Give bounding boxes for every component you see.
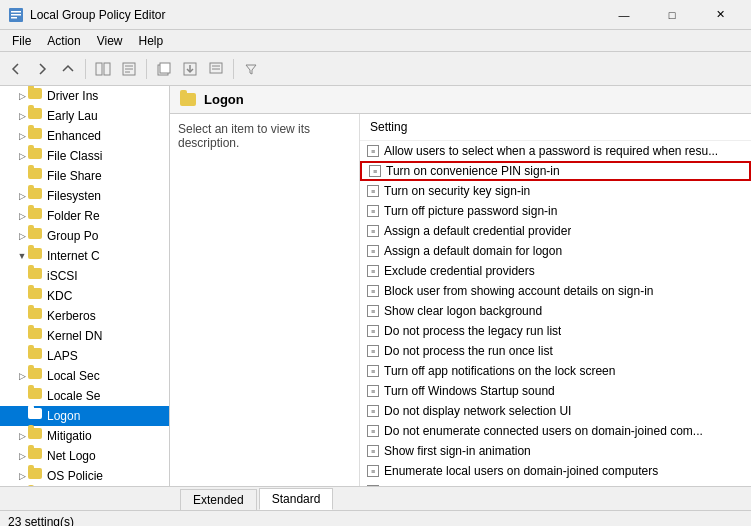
setting-row-12[interactable]: ≡ Turn off Windows Startup sound bbox=[360, 381, 751, 401]
setting-row-8[interactable]: ≡ Show clear logon background bbox=[360, 301, 751, 321]
setting-row-4[interactable]: ≡ Assign a default credential provider bbox=[360, 221, 751, 241]
setting-row-13[interactable]: ≡ Do not display network selection UI bbox=[360, 401, 751, 421]
setting-row-11[interactable]: ≡ Turn off app notifications on the lock… bbox=[360, 361, 751, 381]
svg-rect-4 bbox=[96, 63, 102, 75]
svg-rect-14 bbox=[210, 63, 222, 73]
setting-row-6[interactable]: ≡ Exclude credential providers bbox=[360, 261, 751, 281]
toolbar-sep1 bbox=[85, 59, 86, 79]
toolbar bbox=[0, 52, 751, 86]
tree-label: Net Logo bbox=[47, 449, 96, 463]
expand-icon bbox=[16, 410, 28, 422]
tree-item-filesystem[interactable]: ▷ Filesysten bbox=[0, 186, 169, 206]
menu-view[interactable]: View bbox=[89, 32, 131, 49]
tree-item-group-po[interactable]: ▷ Group Po bbox=[0, 226, 169, 246]
tree-item-net-logo[interactable]: ▷ Net Logo bbox=[0, 446, 169, 466]
maximize-button[interactable]: □ bbox=[649, 5, 695, 25]
help-button[interactable] bbox=[204, 57, 228, 81]
setting-label-7: Block user from showing account details … bbox=[384, 284, 653, 298]
setting-row-16[interactable]: ≡ Enumerate local users on domain-joined… bbox=[360, 461, 751, 481]
tree-item-iscsi[interactable]: iSCSI bbox=[0, 266, 169, 286]
tab-standard[interactable]: Standard bbox=[259, 488, 334, 510]
folder-icon bbox=[28, 88, 44, 104]
tree-label: File Classi bbox=[47, 149, 102, 163]
minimize-button[interactable]: — bbox=[601, 5, 647, 25]
svg-rect-1 bbox=[11, 11, 21, 13]
tree-label: Filesysten bbox=[47, 189, 101, 203]
expand-icon: ▷ bbox=[16, 230, 28, 242]
setting-row-0[interactable]: ≡ Allow users to select when a password … bbox=[360, 141, 751, 161]
setting-icon-0: ≡ bbox=[366, 144, 380, 158]
expand-icon: ▷ bbox=[16, 470, 28, 482]
setting-row-9[interactable]: ≡ Do not process the legacy run list bbox=[360, 321, 751, 341]
tree-label: LAPS bbox=[47, 349, 78, 363]
folder-icon bbox=[28, 148, 44, 164]
setting-icon-1: ≡ bbox=[368, 164, 382, 178]
setting-row-7[interactable]: ≡ Block user from showing account detail… bbox=[360, 281, 751, 301]
tree-item-early-lau[interactable]: ▷ Early Lau bbox=[0, 106, 169, 126]
tree-item-enhanced[interactable]: ▷ Enhanced bbox=[0, 126, 169, 146]
logon-folder-icon bbox=[180, 93, 196, 106]
tree-item-file-share[interactable]: File Share bbox=[0, 166, 169, 186]
setting-row-17[interactable]: ≡ Hide entry points for Fast User Switch… bbox=[360, 481, 751, 486]
tree-label: Local Sec bbox=[47, 369, 100, 383]
main-content: ▷ Driver Ins ▷ Early Lau ▷ Enhanced ▷ Fi… bbox=[0, 86, 751, 486]
setting-icon-6: ≡ bbox=[366, 264, 380, 278]
setting-label-17: Hide entry points for Fast User Switchin… bbox=[384, 484, 601, 486]
tab-bar: Extended Standard bbox=[0, 486, 751, 510]
folder-icon bbox=[28, 108, 44, 124]
menu-help[interactable]: Help bbox=[131, 32, 172, 49]
show-hide-button[interactable] bbox=[91, 57, 115, 81]
right-pane: Logon Select an item to view its descrip… bbox=[170, 86, 751, 486]
forward-button[interactable] bbox=[30, 57, 54, 81]
folder-icon bbox=[28, 328, 44, 344]
tree-item-os-policie[interactable]: ▷ OS Policie bbox=[0, 466, 169, 486]
description-text: Select an item to view its description. bbox=[178, 122, 310, 150]
expand-icon bbox=[16, 170, 28, 182]
tree-item-logon[interactable]: Logon bbox=[0, 406, 169, 426]
expand-icon: ▷ bbox=[16, 110, 28, 122]
expand-icon bbox=[16, 310, 28, 322]
tree-item-kernel-dn[interactable]: Kernel DN bbox=[0, 326, 169, 346]
folder-icon bbox=[28, 388, 44, 404]
menu-file[interactable]: File bbox=[4, 32, 39, 49]
tree-item-laps[interactable]: LAPS bbox=[0, 346, 169, 366]
expand-icon: ▷ bbox=[16, 370, 28, 382]
tree-item-internet-c[interactable]: ▼ Internet C bbox=[0, 246, 169, 266]
folder-icon bbox=[28, 128, 44, 144]
tree-item-local-sec[interactable]: ▷ Local Sec bbox=[0, 366, 169, 386]
up-button[interactable] bbox=[56, 57, 80, 81]
close-button[interactable]: ✕ bbox=[697, 5, 743, 25]
setting-row-1[interactable]: ≡ Turn on convenience PIN sign-in bbox=[360, 161, 751, 181]
filter-button[interactable] bbox=[239, 57, 263, 81]
setting-label-5: Assign a default domain for logon bbox=[384, 244, 562, 258]
setting-label-15: Show first sign-in animation bbox=[384, 444, 531, 458]
tree-label: Enhanced bbox=[47, 129, 101, 143]
tree-item-file-classi[interactable]: ▷ File Classi bbox=[0, 146, 169, 166]
tree-item-locale-se[interactable]: Locale Se bbox=[0, 386, 169, 406]
setting-row-10[interactable]: ≡ Do not process the run once list bbox=[360, 341, 751, 361]
tab-extended[interactable]: Extended bbox=[180, 489, 257, 510]
tree-item-driver-ins[interactable]: ▷ Driver Ins bbox=[0, 86, 169, 106]
new-window-button[interactable] bbox=[152, 57, 176, 81]
setting-row-15[interactable]: ≡ Show first sign-in animation bbox=[360, 441, 751, 461]
tree-item-folder-re[interactable]: ▷ Folder Re bbox=[0, 206, 169, 226]
tree-item-kerberos[interactable]: Kerberos bbox=[0, 306, 169, 326]
tree-label: Driver Ins bbox=[47, 89, 98, 103]
setting-row-5[interactable]: ≡ Assign a default domain for logon bbox=[360, 241, 751, 261]
setting-row-14[interactable]: ≡ Do not enumerate connected users on do… bbox=[360, 421, 751, 441]
setting-row-2[interactable]: ≡ Turn on security key sign-in bbox=[360, 181, 751, 201]
expand-icon: ▷ bbox=[16, 130, 28, 142]
menu-action[interactable]: Action bbox=[39, 32, 88, 49]
setting-label-2: Turn on security key sign-in bbox=[384, 184, 530, 198]
setting-label-12: Turn off Windows Startup sound bbox=[384, 384, 555, 398]
tree-label: Early Lau bbox=[47, 109, 98, 123]
setting-label-11: Turn off app notifications on the lock s… bbox=[384, 364, 615, 378]
tree-item-mitigatio[interactable]: ▷ Mitigatio bbox=[0, 426, 169, 446]
tree-item-kdc[interactable]: KDC bbox=[0, 286, 169, 306]
export-button[interactable] bbox=[178, 57, 202, 81]
properties-button[interactable] bbox=[117, 57, 141, 81]
folder-icon bbox=[28, 248, 44, 264]
setting-row-3[interactable]: ≡ Turn off picture password sign-in bbox=[360, 201, 751, 221]
tree-label: Logon bbox=[47, 409, 80, 423]
back-button[interactable] bbox=[4, 57, 28, 81]
